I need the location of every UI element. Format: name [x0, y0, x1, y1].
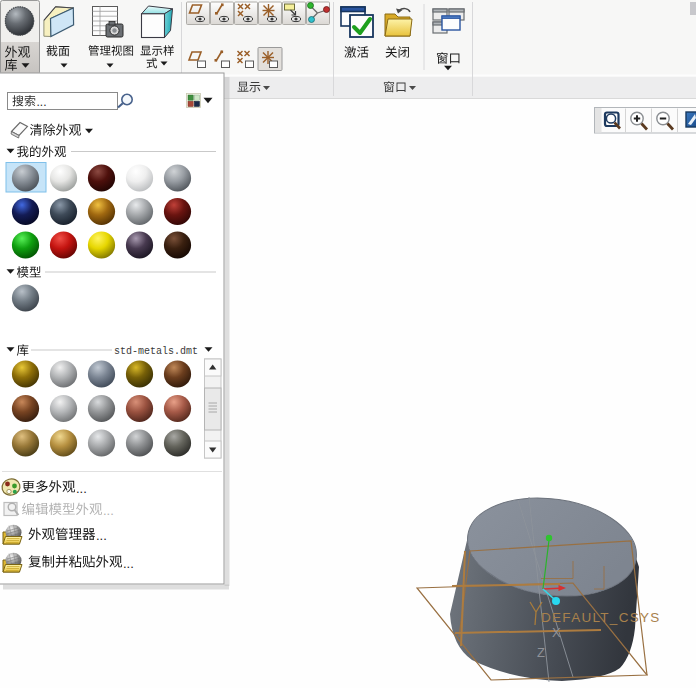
svg-text:...: ...	[103, 503, 114, 518]
svg-text:X: X	[552, 625, 561, 640]
svg-text:std-metals.dmt: std-metals.dmt	[114, 346, 198, 357]
svg-text:DEFAULT_CSYS: DEFAULT_CSYS	[541, 610, 661, 625]
svg-text:...: ...	[76, 481, 87, 496]
svg-text:...: ...	[96, 528, 107, 543]
svg-text:...: ...	[37, 95, 47, 109]
svg-text:...: ...	[123, 556, 134, 571]
svg-text:Z: Z	[537, 645, 545, 660]
